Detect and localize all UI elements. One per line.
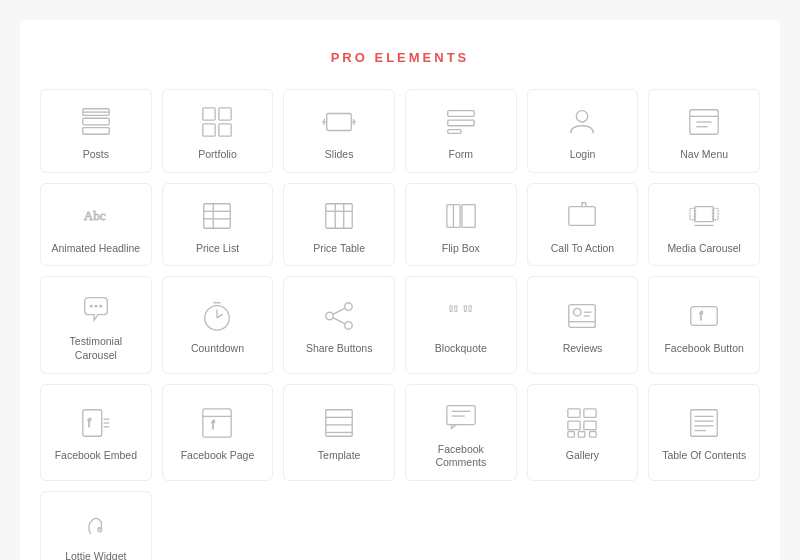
svg-point-52 <box>574 309 582 317</box>
svg-rect-73 <box>568 421 580 430</box>
svg-rect-4 <box>203 108 215 120</box>
form-icon <box>441 104 481 140</box>
pro-elements-container: PRO ELEMENTS PostsPortfolioSlidesFormLog… <box>20 20 780 560</box>
svg-rect-2 <box>83 128 109 135</box>
svg-point-37 <box>90 305 93 308</box>
card-blockquote[interactable]: ""Blockquote <box>405 276 517 373</box>
card-media-carousel[interactable]: Media Carousel <box>648 183 760 267</box>
svg-rect-24 <box>326 203 352 228</box>
share-buttons-icon <box>319 298 359 334</box>
reviews-icon <box>562 298 602 334</box>
card-facebook-embed[interactable]: fFacebook Embed <box>40 384 152 481</box>
card-portfolio[interactable]: Portfolio <box>162 89 274 173</box>
card-nav-menu[interactable]: Nav Menu <box>648 89 760 173</box>
svg-rect-31 <box>569 206 595 225</box>
facebook-embed-label: Facebook Embed <box>55 449 137 463</box>
card-slides[interactable]: Slides <box>283 89 395 173</box>
form-label: Form <box>449 148 474 162</box>
template-label: Template <box>318 449 361 463</box>
card-posts[interactable]: Posts <box>40 89 152 173</box>
card-facebook-comments[interactable]: Facebook Comments <box>405 384 517 481</box>
svg-rect-1 <box>83 118 109 125</box>
facebook-page-label: Facebook Page <box>181 449 255 463</box>
portfolio-icon <box>197 104 237 140</box>
svg-line-42 <box>217 314 223 318</box>
svg-point-38 <box>94 305 97 308</box>
section-title: PRO ELEMENTS <box>40 50 760 65</box>
svg-rect-74 <box>584 421 596 430</box>
countdown-label: Countdown <box>191 342 244 356</box>
table-of-contents-label: Table Of Contents <box>662 449 746 463</box>
svg-text:Abc: Abc <box>84 207 106 222</box>
svg-point-44 <box>345 303 353 311</box>
card-reviews[interactable]: Reviews <box>527 276 639 373</box>
blockquote-icon: "" <box>441 298 481 334</box>
call-to-action-label: Call To Action <box>551 242 614 256</box>
card-call-to-action[interactable]: Call To Action <box>527 183 639 267</box>
svg-point-46 <box>345 322 353 330</box>
svg-text:f: f <box>87 416 91 430</box>
svg-rect-58 <box>83 410 102 436</box>
card-facebook-button[interactable]: fFacebook Button <box>648 276 760 373</box>
price-table-icon <box>319 198 359 234</box>
table-of-contents-icon <box>684 405 724 441</box>
card-testimonial-carousel[interactable]: Testimonial Carousel <box>40 276 152 373</box>
animated-headline-label: Animated Headline <box>51 242 140 256</box>
slides-icon <box>319 104 359 140</box>
card-share-buttons[interactable]: Share Buttons <box>283 276 395 373</box>
svg-rect-72 <box>584 409 596 418</box>
facebook-comments-label: Facebook Comments <box>414 443 508 470</box>
price-list-icon <box>197 198 237 234</box>
svg-line-47 <box>333 309 344 315</box>
card-lottie-widget[interactable]: Lottie Widget <box>40 491 152 560</box>
card-flip-box[interactable]: Flip Box <box>405 183 517 267</box>
portfolio-label: Portfolio <box>198 148 237 162</box>
card-form[interactable]: Form <box>405 89 517 173</box>
card-login[interactable]: Login <box>527 89 639 173</box>
card-facebook-page[interactable]: fFacebook Page <box>162 384 274 481</box>
card-countdown[interactable]: Countdown <box>162 276 274 373</box>
svg-rect-75 <box>568 432 575 438</box>
elements-grid: PostsPortfolioSlidesFormLoginNav MenuAbc… <box>40 89 760 560</box>
card-price-list[interactable]: Price List <box>162 183 274 267</box>
svg-point-45 <box>326 312 334 320</box>
flip-box-icon <box>441 198 481 234</box>
countdown-icon <box>197 298 237 334</box>
svg-rect-13 <box>448 130 461 134</box>
facebook-page-icon: f <box>197 405 237 441</box>
flip-box-label: Flip Box <box>442 242 480 256</box>
svg-rect-7 <box>219 124 231 136</box>
card-animated-headline[interactable]: AbcAnimated Headline <box>40 183 152 267</box>
svg-rect-71 <box>568 409 580 418</box>
svg-rect-6 <box>203 124 215 136</box>
svg-rect-78 <box>691 410 717 436</box>
svg-rect-77 <box>590 432 597 438</box>
price-list-label: Price List <box>196 242 239 256</box>
card-gallery[interactable]: Gallery <box>527 384 639 481</box>
nav-menu-icon <box>684 104 724 140</box>
svg-rect-56 <box>691 307 717 326</box>
lottie-widget-icon <box>76 506 116 542</box>
call-to-action-icon <box>562 198 602 234</box>
card-template[interactable]: Template <box>283 384 395 481</box>
svg-rect-11 <box>448 111 474 117</box>
price-table-label: Price Table <box>313 242 365 256</box>
svg-point-14 <box>577 111 588 122</box>
gallery-label: Gallery <box>566 449 599 463</box>
card-price-table[interactable]: Price Table <box>283 183 395 267</box>
login-icon <box>562 104 602 140</box>
svg-rect-20 <box>204 203 230 228</box>
card-table-of-contents[interactable]: Table Of Contents <box>648 384 760 481</box>
reviews-label: Reviews <box>563 342 603 356</box>
template-icon <box>319 405 359 441</box>
facebook-comments-icon <box>441 399 481 435</box>
media-carousel-label: Media Carousel <box>667 242 741 256</box>
svg-marker-70 <box>451 424 456 428</box>
testimonial-carousel-icon <box>76 291 116 327</box>
svg-text:": " <box>449 300 458 330</box>
svg-line-48 <box>333 318 344 324</box>
facebook-button-label: Facebook Button <box>664 342 743 356</box>
blockquote-label: Blockquote <box>435 342 487 356</box>
svg-rect-51 <box>569 305 595 328</box>
nav-menu-label: Nav Menu <box>680 148 728 162</box>
